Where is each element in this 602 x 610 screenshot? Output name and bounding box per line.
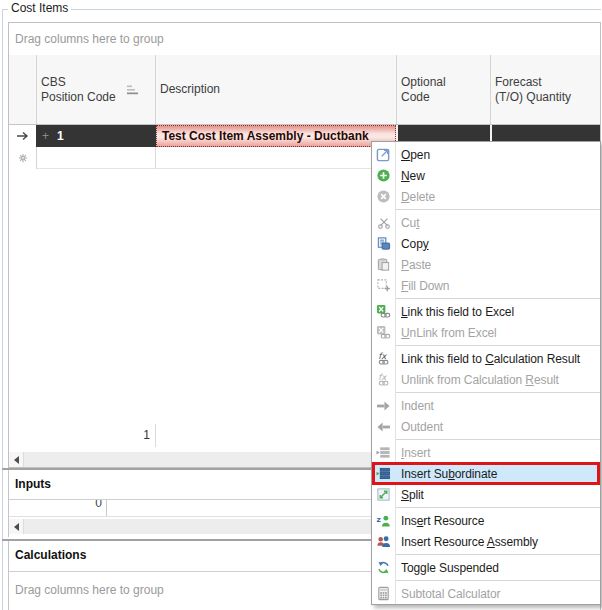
column-header-description[interactable]: Description xyxy=(155,55,396,124)
left-arrow-icon xyxy=(14,523,19,531)
cbs-position-code-cell[interactable]: 1 xyxy=(57,125,64,147)
cut-icon xyxy=(372,216,395,230)
menu-item-new[interactable]: New xyxy=(372,165,600,186)
current-row-arrow xyxy=(9,125,36,147)
menu-item-label: Open xyxy=(395,148,430,162)
svg-text:fx: fx xyxy=(378,372,387,382)
calc-unlink-icon: fx xyxy=(372,372,395,387)
menu-item-label: Toggle Suspended xyxy=(395,561,499,575)
menu-separator xyxy=(396,345,600,346)
insert-icon xyxy=(372,445,395,460)
menu-item-open[interactable]: Open xyxy=(372,144,600,165)
paste-icon xyxy=(372,257,395,272)
new-row-asterisk-icon xyxy=(9,147,36,169)
menu-item-fill-down: Fill Down xyxy=(372,275,600,296)
menu-item-insert-subordinate[interactable]: Insert Subordinate xyxy=(372,463,600,484)
menu-item-label: Insert Subordinate xyxy=(395,467,497,481)
left-arrow-icon xyxy=(14,456,19,464)
inputs-scroll-left-button[interactable] xyxy=(9,519,24,534)
menu-item-label: Insert Resource Assembly xyxy=(395,535,538,549)
column-header-forecast-quantity[interactable]: Forecast (T/O) Quantity xyxy=(490,55,600,124)
menu-item-label: Copy xyxy=(395,237,429,251)
inputs-panel-title: Inputs xyxy=(15,477,51,491)
grid-header-row: CBS Position Code Description xyxy=(9,55,600,125)
context-menu: OpenNewDeleteCutCopyPasteFill DownLink t… xyxy=(371,141,601,605)
menu-item-label: Split xyxy=(395,488,424,502)
groupbox-title: Cost Items xyxy=(8,1,71,15)
menu-item-label: Link this field to Excel xyxy=(395,305,514,319)
menu-item-cut: Cut xyxy=(372,212,600,233)
menu-item-insert-resource-assembly[interactable]: Insert Resource Assembly xyxy=(372,531,600,552)
fill-down-icon xyxy=(372,278,395,293)
subtotal-calculator-icon xyxy=(372,586,395,601)
insert-resource-assembly-icon xyxy=(372,534,395,549)
menu-item-label: Outdent xyxy=(395,420,443,434)
svg-text:fx: fx xyxy=(378,351,387,361)
menu-item-label: Cut xyxy=(395,216,419,230)
menu-item-label: Insert xyxy=(395,446,430,460)
menu-item-label: Insert Resource xyxy=(395,514,484,528)
column-header-cbs-position-code[interactable]: CBS Position Code xyxy=(36,55,155,124)
footer-row-count: 1 xyxy=(36,424,150,446)
menu-separator xyxy=(396,439,600,440)
calc-link-icon: fx xyxy=(372,351,395,366)
menu-item-link-this-field-to-calculation-result[interactable]: fxLink this field to Calculation Result xyxy=(372,348,600,369)
outdent-icon xyxy=(372,421,395,433)
insert-subordinate-icon xyxy=(372,466,395,481)
open-icon xyxy=(372,147,395,162)
scroll-left-button[interactable] xyxy=(9,452,24,467)
menu-separator xyxy=(396,209,600,210)
expand-plus-glyph[interactable]: + xyxy=(42,125,49,147)
calculations-group-by-hint: Drag columns here to group xyxy=(15,579,164,601)
groupbox-border-top xyxy=(2,9,601,10)
menu-item-label: New xyxy=(395,169,425,183)
menu-separator xyxy=(396,298,600,299)
toggle-suspended-icon xyxy=(372,560,395,575)
menu-item-split[interactable]: Split xyxy=(372,484,600,505)
menu-item-subtotal-calculator: Subtotal Calculator xyxy=(372,583,600,604)
menu-item-label: Paste xyxy=(395,258,431,272)
group-by-drop-zone[interactable]: Drag columns here to group xyxy=(9,23,600,56)
excel-link-icon xyxy=(372,304,395,319)
excel-unlink-icon xyxy=(372,325,395,340)
menu-item-unlink-from-excel: UnLink from Excel xyxy=(372,322,600,343)
menu-item-delete: Delete xyxy=(372,186,600,207)
svg-text:z: z xyxy=(376,515,380,524)
menu-item-toggle-suspended[interactable]: Toggle Suspended xyxy=(372,557,600,578)
copy-icon xyxy=(372,236,395,251)
delete-icon xyxy=(372,189,395,204)
menu-item-label: Link this field to Calculation Result xyxy=(395,352,580,366)
menu-item-copy[interactable]: Copy xyxy=(372,233,600,254)
menu-item-label: Fill Down xyxy=(395,279,449,293)
menu-item-outdent: Outdent xyxy=(372,416,600,437)
menu-item-label: UnLink from Excel xyxy=(395,326,497,340)
menu-item-label: Unlink from Calculation Result xyxy=(395,373,559,387)
menu-separator xyxy=(396,580,600,581)
description-cell-highlighted[interactable]: Test Cost Item Assembly - Ductbank xyxy=(156,125,396,147)
menu-separator xyxy=(396,554,600,555)
menu-item-paste: Paste xyxy=(372,254,600,275)
menu-item-link-this-field-to-excel[interactable]: Link this field to Excel xyxy=(372,301,600,322)
menu-item-label: Subtotal Calculator xyxy=(395,587,501,601)
inputs-partial-cell: 0 xyxy=(49,500,104,515)
insert-resource-icon: z xyxy=(372,513,395,528)
calculations-panel-title: Calculations xyxy=(15,548,86,562)
group-by-hint: Drag columns here to group xyxy=(15,23,164,55)
menu-separator xyxy=(396,507,600,508)
new-icon xyxy=(372,168,395,183)
menu-item-unlink-from-calculation-result: fxUnlink from Calculation Result xyxy=(372,369,600,390)
groupbox-border-left xyxy=(2,9,3,610)
indent-icon xyxy=(372,400,395,412)
menu-item-insert-resource[interactable]: zInsert Resource xyxy=(372,510,600,531)
menu-item-indent: Indent xyxy=(372,395,600,416)
menu-separator xyxy=(396,392,600,393)
app-root: Cost Items Drag columns here to group CB… xyxy=(0,0,602,610)
footer-column-divider xyxy=(155,424,156,447)
column-header-optional-code[interactable]: Optional Code xyxy=(396,55,490,124)
menu-item-label: Delete xyxy=(395,190,435,204)
split-icon xyxy=(372,487,395,502)
sort-ascending-icon xyxy=(126,83,141,96)
menu-item-insert: Insert xyxy=(372,442,600,463)
menu-item-label: Indent xyxy=(395,399,434,413)
